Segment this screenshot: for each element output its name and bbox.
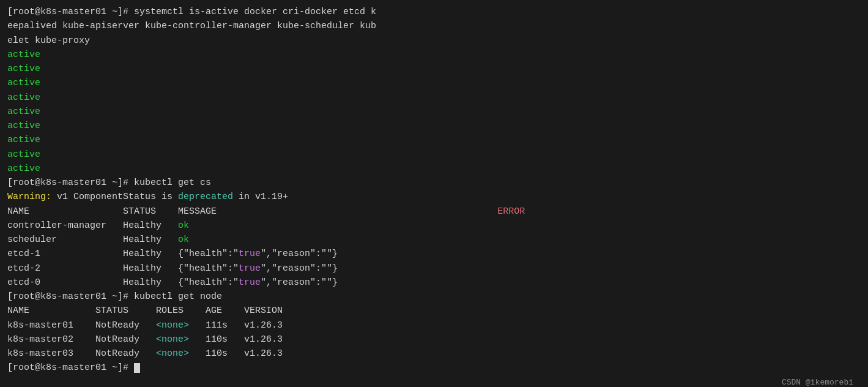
terminal-line: scheduler Healthy ok (7, 233, 861, 247)
terminal-line: active (7, 105, 861, 119)
terminal-text: active (7, 107, 40, 117)
terminal-text: [root@k8s-master01 ~]# kubectl get cs (7, 178, 211, 188)
terminal-text: true (239, 263, 261, 274)
terminal-text: active (7, 149, 40, 160)
terminal-line: Warning: v1 ComponentStatus is deprecate… (7, 190, 861, 204)
terminal-text: ","reason":""} (261, 249, 338, 259)
terminal-text: active (7, 50, 40, 60)
terminal-text: scheduler Healthy (7, 235, 178, 245)
terminal-text: [root@k8s-master01 ~]# kubectl get node (7, 291, 222, 302)
terminal-text: etcd-0 Healthy {"health":" (7, 277, 239, 288)
terminal-line: elet kube-proxy (7, 34, 861, 48)
terminal-text: ok (178, 235, 189, 245)
terminal-line: active (7, 91, 861, 105)
terminal-text: active (7, 92, 40, 103)
terminal-text: NAME STATUS MESSAGE (7, 206, 360, 217)
terminal-line: NAME STATUS ROLES AGE VERSION (7, 304, 861, 318)
terminal-line: NAME STATUS MESSAGE ERROR (7, 205, 861, 219)
terminal-line: active (7, 133, 861, 147)
terminal-text: ","reason":""} (261, 263, 338, 274)
terminal-text: in v1.19+ (233, 192, 288, 202)
terminal-line: etcd-0 Healthy {"health":"true","reason"… (7, 276, 861, 290)
terminal-text: eepalived kube-apiserver kube-controller… (7, 21, 376, 31)
terminal-text: [root@k8s-master01 ~]# (7, 363, 134, 373)
terminal-text: elet kube-proxy (7, 36, 90, 46)
terminal-line: eepalived kube-apiserver kube-controller… (7, 19, 861, 33)
terminal-text: 110s v1.26.3 (189, 348, 283, 359)
terminal-line: active (7, 62, 861, 76)
terminal-text: deprecated (178, 192, 233, 202)
terminal-line: k8s-master02 NotReady <none> 110s v1.26.… (7, 333, 861, 347)
terminal-text: etcd-2 Healthy {"health":" (7, 263, 239, 274)
terminal-line: active (7, 162, 861, 176)
terminal-line: [root@k8s-master01 ~]# (7, 361, 861, 375)
terminal-text: NAME STATUS ROLES AGE VERSION (7, 306, 283, 316)
terminal-text: active (7, 163, 40, 174)
terminal-text: ERROR (360, 206, 525, 217)
terminal-line: k8s-master01 NotReady <none> 111s v1.26.… (7, 318, 861, 333)
terminal-text: active (7, 78, 40, 88)
terminal-text: <none> (156, 334, 189, 345)
terminal-text: active (7, 64, 40, 74)
terminal-text: ","reason":""} (261, 277, 338, 288)
terminal-line: active (7, 76, 861, 90)
terminal-text: <none> (156, 348, 189, 359)
terminal-text: active (7, 135, 40, 145)
terminal-text: controller-manager Healthy (7, 220, 178, 231)
terminal-line: [root@k8s-master01 ~]# kubectl get cs (7, 176, 861, 190)
terminal-line: etcd-2 Healthy {"health":"true","reason"… (7, 261, 861, 276)
terminal-line: k8s-master03 NotReady <none> 110s v1.26.… (7, 347, 861, 361)
terminal: [root@k8s-master01 ~]# systemctl is-acti… (7, 5, 861, 387)
terminal-text: v1 ComponentStatus is (51, 192, 178, 202)
terminal-text: k8s-master02 NotReady (7, 334, 156, 345)
terminal-text: true (239, 249, 261, 259)
terminal-text: Warning: (7, 192, 51, 202)
terminal-text: true (239, 277, 261, 288)
cursor (134, 363, 140, 373)
terminal-text: ok (178, 220, 189, 231)
terminal-line: [root@k8s-master01 ~]# kubectl get node (7, 290, 861, 304)
terminal-line: active (7, 148, 861, 162)
terminal-line: active (7, 48, 861, 62)
terminal-text: etcd-1 Healthy {"health":" (7, 249, 239, 259)
terminal-line: [root@k8s-master01 ~]# systemctl is-acti… (7, 5, 861, 19)
terminal-text: k8s-master03 NotReady (7, 348, 156, 359)
terminal-text: 110s v1.26.3 (189, 334, 283, 345)
terminal-line: controller-manager Healthy ok (7, 219, 861, 233)
terminal-text: <none> (156, 320, 189, 331)
terminal-text: k8s-master01 NotReady (7, 320, 156, 331)
terminal-line: active (7, 119, 861, 133)
watermark: CSDN @ikemorebi (782, 378, 853, 387)
terminal-text: active (7, 121, 40, 131)
terminal-text: 111s v1.26.3 (189, 320, 283, 331)
terminal-line: etcd-1 Healthy {"health":"true","reason"… (7, 247, 861, 261)
terminal-text: [root@k8s-master01 ~]# systemctl is-acti… (7, 7, 376, 17)
